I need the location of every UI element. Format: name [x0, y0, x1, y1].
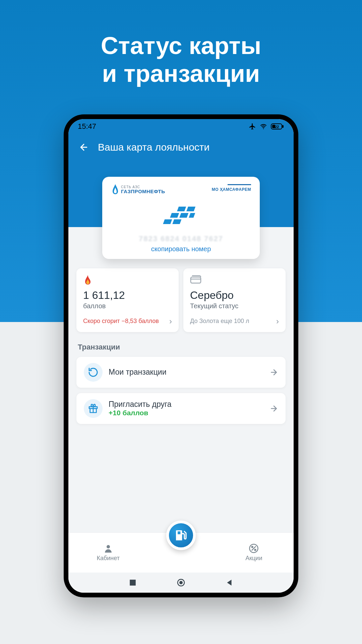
list-label: Мои транзакции	[109, 368, 263, 377]
airplane-icon	[249, 123, 256, 130]
points-unit: баллов	[83, 302, 172, 310]
nav-fuel-fab[interactable]	[166, 521, 196, 550]
svg-point-14	[255, 549, 256, 550]
svg-rect-5	[191, 277, 201, 283]
status-next: До Золота еще 100 л	[190, 318, 249, 325]
back-button[interactable]	[78, 141, 90, 153]
loyalty-card[interactable]: СЕТЬ АЗС ГАЗПРОМНЕФТЬ МО ҲАМСАФАРЕМ	[102, 177, 260, 259]
arrow-right-icon	[269, 404, 278, 413]
card-number-masked: 7823 6824 0148 7627	[111, 234, 251, 243]
battery-icon: 22	[271, 123, 284, 130]
hero-line2: и транзакции	[101, 60, 261, 88]
nav-label: Кабинет	[97, 555, 119, 562]
status-label: Текущий статус	[190, 302, 279, 310]
points-expiring: Скоро сгорит −8,53 баллов	[83, 318, 159, 325]
bottom-nav: Кабинет Акции	[68, 532, 294, 573]
status-icons: 22	[249, 123, 284, 130]
hero-title: Статус карты и транзакции	[101, 32, 261, 88]
hero-line1: Статус карты	[101, 32, 261, 60]
home-button[interactable]	[177, 578, 185, 587]
content-area: СЕТЬ АЗС ГАЗПРОМНЕФТЬ МО ҲАМСАФАРЕМ	[68, 177, 294, 532]
status-card[interactable]: Серебро Текущий статус До Золота еще 100…	[183, 268, 286, 332]
svg-text:22: 22	[275, 125, 279, 129]
chevron-right-icon: ›	[276, 317, 279, 326]
svg-rect-16	[130, 580, 136, 586]
system-nav	[68, 573, 294, 593]
arrow-left-icon	[79, 142, 89, 152]
invite-bonus: +10 баллов	[109, 409, 263, 417]
my-transactions-row[interactable]: Мои транзакции	[76, 357, 286, 388]
arrow-right-icon	[269, 368, 278, 377]
svg-point-11	[107, 545, 110, 548]
copy-number-link[interactable]: скопировать номер	[111, 245, 251, 253]
recent-apps-button[interactable]	[129, 579, 136, 586]
svg-point-13	[252, 546, 253, 547]
nav-cabinet[interactable]: Кабинет	[81, 543, 135, 562]
status-bar: 15:47 22	[68, 119, 294, 134]
brand-main: ГАЗПРОМНЕФТЬ	[121, 189, 165, 195]
status-value: Серебро	[190, 289, 279, 302]
list-label: Пригласить друга	[109, 400, 263, 409]
phone-screen: 15:47 22 Ваша карта лояльности	[68, 119, 294, 593]
section-transactions-title: Транзакции	[78, 343, 286, 352]
chevron-right-icon: ›	[169, 317, 172, 326]
points-card[interactable]: 1 611,12 баллов Скоро сгорит −8,53 балло…	[76, 268, 179, 332]
status-time: 15:47	[78, 122, 96, 131]
wifi-icon	[259, 123, 267, 130]
stat-row: 1 611,12 баллов Скоро сгорит −8,53 балло…	[76, 268, 286, 332]
refresh-icon	[84, 363, 103, 382]
partner-block: МО ҲАМСАФАРЕМ	[212, 184, 251, 192]
app-header: Ваша карта лояльности	[68, 134, 294, 163]
points-value: 1 611,12	[83, 289, 172, 302]
invite-friend-row[interactable]: Пригласить друга +10 баллов	[76, 393, 286, 424]
phone-frame: 15:47 22 Ваша карта лояльности	[64, 114, 298, 597]
partner-line	[228, 184, 251, 185]
card-logo	[111, 205, 251, 228]
card-status-icon	[190, 275, 279, 286]
nav-promo[interactable]: Акции	[227, 543, 281, 562]
back-system-button[interactable]	[226, 579, 233, 586]
partner-label: МО ҲАМСАФАРЕМ	[212, 187, 251, 192]
person-icon	[103, 543, 113, 553]
svg-rect-1	[282, 125, 284, 128]
flame-icon	[111, 184, 120, 196]
gift-icon	[84, 399, 103, 418]
svg-point-18	[179, 581, 183, 584]
fuel-pump-icon	[174, 529, 188, 542]
card-header: СЕТЬ АЗС ГАЗПРОМНЕФТЬ МО ҲАМСАФАРЕМ	[111, 184, 251, 196]
nav-label: Акции	[245, 555, 262, 562]
brand-block: СЕТЬ АЗС ГАЗПРОМНЕФТЬ	[111, 184, 165, 196]
logo-graphic-icon	[159, 205, 203, 228]
page-title: Ваша карта лояльности	[98, 142, 209, 153]
fire-icon	[83, 275, 172, 286]
percent-icon	[249, 543, 259, 553]
